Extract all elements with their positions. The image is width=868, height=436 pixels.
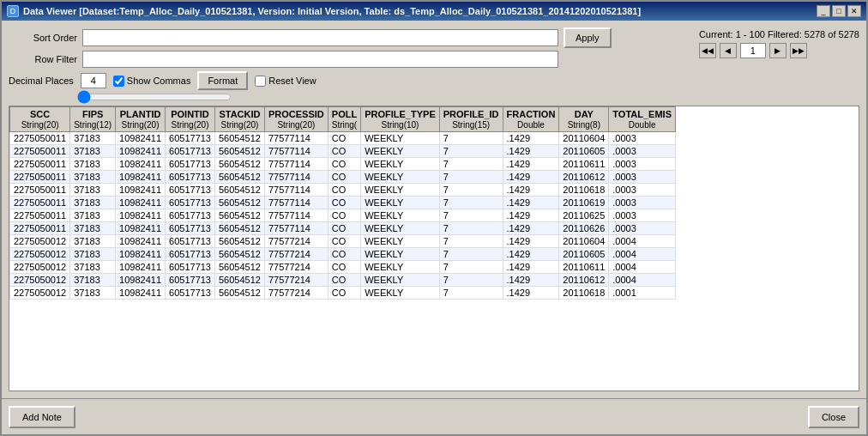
table-cell: 2275050012: [10, 248, 70, 261]
table-cell: 37183: [70, 287, 116, 300]
content-area: Sort Order Apply Row Filter Decimal Plac…: [2, 21, 866, 398]
bottom-bar: Add Note Close: [2, 398, 866, 434]
table-row: 2275050011371831098241160517713560545127…: [10, 184, 676, 197]
table-cell: 2275050011: [10, 158, 70, 171]
table-cell: CO: [328, 197, 360, 209]
last-page-button[interactable]: ▶▶: [790, 43, 807, 58]
close-window-button[interactable]: ✕: [847, 5, 861, 17]
table-cell: .0003: [609, 222, 676, 235]
table-cell: .0003: [609, 184, 676, 197]
col-header-fips: FIPSString(12): [70, 107, 116, 132]
page-input[interactable]: [740, 43, 766, 58]
table-cell: 2275050011: [10, 171, 70, 184]
col-header-stackid: STACKIDString(20): [215, 107, 265, 132]
table-cell: 37183: [70, 171, 116, 184]
table-cell: 7: [439, 248, 503, 261]
right-nav: Current: 1 - 100 Filtered: 5278 of 5278 …: [699, 27, 859, 58]
table-cell: 10982411: [116, 261, 166, 274]
table-cell: 77577214: [264, 235, 328, 248]
table-cell: 7: [439, 197, 503, 209]
col-header-plantid: PLANTIDString(20): [116, 107, 166, 132]
col-header-scc: SCCString(20): [10, 107, 70, 132]
table-cell: 20110626: [559, 222, 609, 235]
table-cell: 2275050011: [10, 197, 70, 209]
table-cell: 56054512: [215, 184, 265, 197]
table-cell: 37183: [70, 274, 116, 287]
table-cell: 20110611: [559, 158, 609, 171]
row-filter-label: Row Filter: [9, 54, 77, 64]
table-row: 2275050012371831098241160517713560545127…: [10, 261, 676, 274]
sort-order-input[interactable]: [82, 29, 558, 46]
table-cell: 77577214: [264, 274, 328, 287]
table-cell: 20110619: [559, 197, 609, 209]
reset-view-label: Reset View: [268, 76, 316, 86]
col-header-processid: PROCESSIDString(20): [264, 107, 328, 132]
col-header-total_emis: TOTAL_EMISDouble: [609, 107, 676, 132]
window-title: Data Viewer [Dataset:Temp_Alloc_Daily_01…: [23, 6, 641, 16]
current-info: Current: 1 - 100 Filtered: 5278 of 5278: [699, 29, 859, 39]
table-cell: 20110605: [559, 145, 609, 158]
options-row: Decimal Places Show Commas Format Reset …: [9, 71, 692, 90]
add-note-button[interactable]: Add Note: [9, 406, 75, 428]
nav-controls-row: ◀◀ ◀ ▶ ▶▶: [699, 43, 807, 58]
table-cell: .1429: [503, 184, 559, 197]
table-cell: 60517713: [166, 197, 215, 209]
table-cell: 60517713: [166, 171, 215, 184]
table-cell: WEEKLY: [361, 287, 440, 300]
table-cell: 56054512: [215, 287, 265, 300]
col-header-profile_type: PROFILE_TYPEString(10): [361, 107, 440, 132]
slider-row: [77, 92, 692, 102]
data-table: SCCString(20)FIPSString(12)PLANTIDString…: [9, 106, 676, 300]
table-row: 2275050011371831098241160517713560545127…: [10, 197, 676, 209]
close-button[interactable]: Close: [808, 406, 859, 428]
table-cell: CO: [328, 171, 360, 184]
table-cell: 7: [439, 209, 503, 222]
table-cell: WEEKLY: [361, 171, 440, 184]
row-filter-input[interactable]: [82, 51, 558, 68]
slider-input[interactable]: [77, 92, 232, 102]
table-cell: 7: [439, 274, 503, 287]
decimal-places-input[interactable]: [81, 73, 106, 88]
table-cell: .0003: [609, 132, 676, 145]
table-cell: 7: [439, 222, 503, 235]
table-cell: .0003: [609, 171, 676, 184]
table-cell: 60517713: [166, 248, 215, 261]
table-cell: 7: [439, 184, 503, 197]
maximize-button[interactable]: □: [832, 5, 846, 17]
top-controls: Sort Order Apply Row Filter Decimal Plac…: [9, 27, 859, 102]
apply-button[interactable]: Apply: [564, 27, 612, 48]
table-cell: 37183: [70, 209, 116, 222]
col-header-poll: POLLString(: [328, 107, 360, 132]
table-cell: .1429: [503, 261, 559, 274]
reset-view-checkbox[interactable]: [255, 76, 266, 87]
table-cell: CO: [328, 287, 360, 300]
table-cell: 37183: [70, 235, 116, 248]
table-cell: 2275050011: [10, 222, 70, 235]
table-cell: WEEKLY: [361, 158, 440, 171]
prev-page-button[interactable]: ◀: [720, 43, 737, 58]
table-cell: .1429: [503, 287, 559, 300]
table-cell: .1429: [503, 145, 559, 158]
table-cell: 60517713: [166, 287, 215, 300]
next-page-button[interactable]: ▶: [769, 43, 787, 58]
table-cell: .0003: [609, 145, 676, 158]
show-commas-checkbox[interactable]: [113, 76, 124, 87]
table-cell: 77577214: [264, 248, 328, 261]
title-bar: D Data Viewer [Dataset:Temp_Alloc_Daily_…: [2, 2, 866, 21]
table-cell: .1429: [503, 197, 559, 209]
table-cell: WEEKLY: [361, 261, 440, 274]
format-button[interactable]: Format: [197, 71, 248, 90]
table-cell: 77577114: [264, 171, 328, 184]
minimize-button[interactable]: _: [817, 5, 830, 17]
data-table-container[interactable]: SCCString(20)FIPSString(12)PLANTIDString…: [9, 106, 859, 391]
table-cell: 56054512: [215, 197, 265, 209]
table-cell: CO: [328, 261, 360, 274]
table-cell: 2275050011: [10, 132, 70, 145]
show-commas-label: Show Commas: [127, 76, 191, 86]
table-cell: 60517713: [166, 209, 215, 222]
table-cell: WEEKLY: [361, 145, 440, 158]
table-cell: 7: [439, 171, 503, 184]
first-page-button[interactable]: ◀◀: [699, 43, 716, 58]
table-cell: CO: [328, 145, 360, 158]
table-cell: 60517713: [166, 235, 215, 248]
